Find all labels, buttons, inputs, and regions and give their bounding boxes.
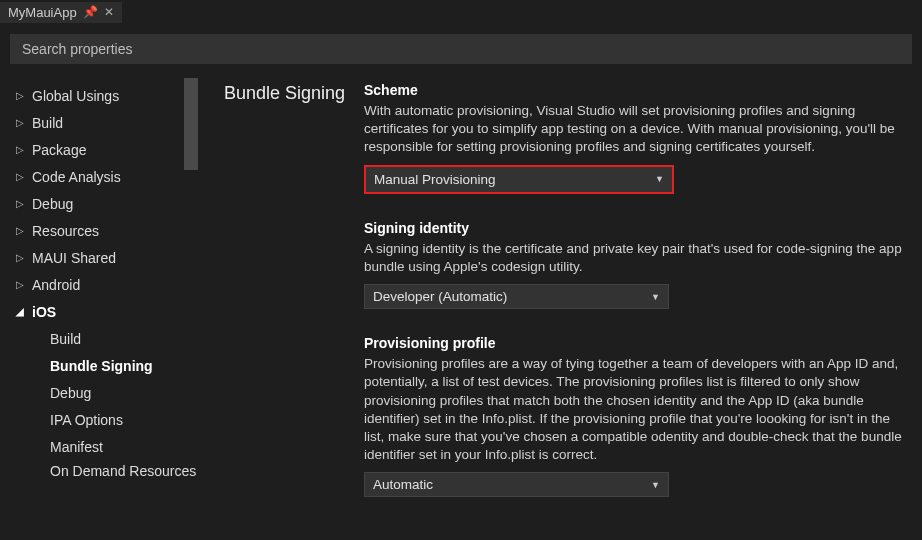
nav-global-usings[interactable]: ▷ Global Usings xyxy=(16,82,200,109)
nav-maui-shared[interactable]: ▷ MAUI Shared xyxy=(16,244,200,271)
nav-build[interactable]: ▷ Build xyxy=(16,109,200,136)
nav-ios-sub: ▷ Build ▷ Bundle Signing ▷ Debug ▷ IPA O… xyxy=(16,325,200,484)
caret-right-icon: ▷ xyxy=(16,171,26,182)
caret-right-icon: ▷ xyxy=(16,279,26,290)
identity-value: Developer (Automatic) xyxy=(373,289,507,304)
profile-value: Automatic xyxy=(373,477,433,492)
nav-ios-bundle-signing[interactable]: ▷ Bundle Signing xyxy=(34,352,200,379)
profile-select[interactable]: Automatic ▼ xyxy=(364,472,669,497)
nav-label: iOS xyxy=(32,304,56,320)
tab-bar: MyMauiApp 📌 ✕ xyxy=(0,0,922,24)
search-row xyxy=(0,24,922,64)
scheme-desc: With automatic provisioning, Visual Stud… xyxy=(364,102,910,157)
chevron-down-icon: ▼ xyxy=(651,292,660,302)
identity-label: Signing identity xyxy=(364,220,910,236)
caret-right-icon: ▷ xyxy=(16,90,26,101)
nav-label: Bundle Signing xyxy=(50,358,153,374)
nav-label: Debug xyxy=(32,196,73,212)
field-provisioning-profile: Provisioning profile Provisioning profil… xyxy=(364,335,910,497)
nav-ios-manifest[interactable]: ▷ Manifest xyxy=(34,433,200,460)
nav-label: MAUI Shared xyxy=(32,250,116,266)
sidebar: ▷ Global Usings ▷ Build ▷ Package ▷ Code… xyxy=(0,64,200,540)
scrollbar[interactable] xyxy=(184,78,198,170)
chevron-down-icon: ▼ xyxy=(655,174,664,184)
scheme-select[interactable]: Manual Provisioning ▼ xyxy=(364,165,674,194)
caret-right-icon: ▷ xyxy=(16,144,26,155)
section-title: Bundle Signing xyxy=(224,82,364,540)
caret-right-icon: ▷ xyxy=(16,252,26,263)
tab-title: MyMauiApp xyxy=(8,5,77,20)
nav-resources[interactable]: ▷ Resources xyxy=(16,217,200,244)
close-icon[interactable]: ✕ xyxy=(104,5,114,19)
tab-mymauiapp[interactable]: MyMauiApp 📌 ✕ xyxy=(0,2,122,23)
caret-right-icon: ▷ xyxy=(16,117,26,128)
caret-right-icon: ▷ xyxy=(16,198,26,209)
nav-android[interactable]: ▷ Android xyxy=(16,271,200,298)
field-signing-identity: Signing identity A signing identity is t… xyxy=(364,220,910,309)
nav-label: On Demand Resources xyxy=(50,463,196,481)
nav-ios-build[interactable]: ▷ Build xyxy=(34,325,200,352)
pin-icon[interactable]: 📌 xyxy=(83,5,98,19)
nav-label: Build xyxy=(32,115,63,131)
nav-package[interactable]: ▷ Package xyxy=(16,136,200,163)
nav-label: Global Usings xyxy=(32,88,119,104)
caret-right-icon: ▷ xyxy=(16,225,26,236)
scheme-label: Scheme xyxy=(364,82,910,98)
nav-label: Debug xyxy=(50,385,91,401)
identity-select[interactable]: Developer (Automatic) ▼ xyxy=(364,284,669,309)
nav-label: Manifest xyxy=(50,439,103,455)
nav-label: Code Analysis xyxy=(32,169,121,185)
nav-ios-debug[interactable]: ▷ Debug xyxy=(34,379,200,406)
chevron-down-icon: ▼ xyxy=(651,480,660,490)
profile-label: Provisioning profile xyxy=(364,335,910,351)
content: Bundle Signing Scheme With automatic pro… xyxy=(200,64,922,540)
profile-desc: Provisioning profiles are a way of tying… xyxy=(364,355,910,464)
nav-label: Build xyxy=(50,331,81,347)
scheme-value: Manual Provisioning xyxy=(374,172,496,187)
nav-label: Package xyxy=(32,142,86,158)
nav-debug[interactable]: ▷ Debug xyxy=(16,190,200,217)
nav-label: IPA Options xyxy=(50,412,123,428)
nav-ios-on-demand-resources[interactable]: ▷ On Demand Resources xyxy=(34,460,200,484)
nav-label: Resources xyxy=(32,223,99,239)
nav-ios[interactable]: ◢ iOS xyxy=(16,298,200,325)
search-input[interactable] xyxy=(10,34,912,64)
nav-label: Android xyxy=(32,277,80,293)
nav-code-analysis[interactable]: ▷ Code Analysis xyxy=(16,163,200,190)
nav-ios-ipa-options[interactable]: ▷ IPA Options xyxy=(34,406,200,433)
caret-down-icon: ◢ xyxy=(16,306,26,317)
identity-desc: A signing identity is the certificate an… xyxy=(364,240,910,276)
field-scheme: Scheme With automatic provisioning, Visu… xyxy=(364,82,910,194)
